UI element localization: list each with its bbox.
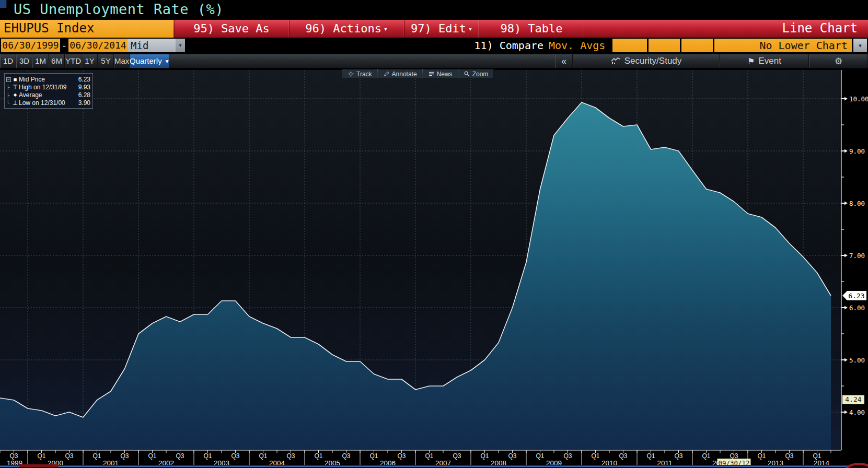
svg-text:Q3: Q3 — [120, 452, 129, 460]
amber-field-blank-2[interactable] — [649, 39, 680, 52]
legend-row[interactable]: −■Mid Price6.23 — [6, 75, 90, 83]
amber-field-blank-1[interactable] — [612, 39, 647, 52]
legend-row[interactable]: ├⊤High on 12/31/099.93 — [6, 83, 90, 91]
settings-button[interactable]: ⚙ — [809, 54, 868, 68]
crosshair-value-badge: 4.24 — [842, 395, 864, 404]
chart-area: 10.009.008.007.006.005.004.00Q31999Q1Q32… — [0, 68, 868, 468]
function-toolbar: EHUPUS Index 95) Save As96) Actions▾97) … — [0, 20, 868, 38]
price-chart[interactable]: 10.009.008.007.006.005.004.00Q31999Q1Q32… — [0, 68, 868, 468]
function-button--save-as[interactable]: 95) Save As — [175, 20, 288, 38]
svg-text:Q3: Q3 — [231, 452, 239, 460]
function-button--edit[interactable]: 97) Edit▾ — [404, 20, 479, 38]
start-date-input[interactable]: 06/30/1999 — [1, 39, 60, 52]
svg-text:Q1: Q1 — [314, 452, 322, 460]
chevron-down-icon: ▾ — [384, 25, 388, 33]
average-marker-icon: ◆ — [11, 92, 19, 97]
event-button[interactable]: ⚑ Event — [720, 54, 809, 68]
svg-text:Q1: Q1 — [259, 452, 267, 460]
tab-ytd[interactable]: YTD — [65, 54, 82, 68]
svg-text:Q3: Q3 — [619, 452, 627, 460]
svg-text:Q3: Q3 — [342, 452, 350, 460]
lower-chart-select[interactable]: No Lower Chart — [714, 39, 852, 52]
legend-collapse-toggle[interactable]: − — [6, 77, 11, 82]
tab-1y[interactable]: 1Y — [82, 54, 98, 68]
frequency-select[interactable]: Quarterly▼ — [130, 54, 169, 68]
svg-text:Q3: Q3 — [176, 452, 184, 460]
legend-label: Low on 12/31/00 — [19, 99, 78, 107]
chart-mini-toolbar: Track Annotate News Zoom — [342, 69, 494, 79]
security-study-button[interactable]: Security/Study — [573, 54, 720, 68]
tab-max[interactable]: Max — [114, 54, 130, 68]
tab-1d[interactable]: 1D — [0, 54, 16, 68]
svg-text:Q1: Q1 — [92, 452, 101, 460]
svg-text:5.00: 5.00 — [849, 356, 865, 364]
square-icon: ■ — [11, 76, 19, 83]
svg-text:Q3: Q3 — [563, 452, 572, 460]
chevron-down-icon[interactable]: ▾ — [853, 39, 867, 52]
page-title: US Unemployment Rate (%) — [14, 1, 224, 17]
svg-text:Q1: Q1 — [37, 452, 45, 460]
tab-5y[interactable]: 5Y — [98, 54, 114, 68]
svg-text:Q1: Q1 — [702, 452, 710, 460]
mov-avgs-button[interactable]: Mov. Avgs — [549, 39, 605, 52]
svg-text:9.00: 9.00 — [849, 147, 865, 155]
y-axis: 10.009.008.007.006.005.004.00 — [841, 95, 868, 416]
svg-text:Q1: Q1 — [813, 452, 821, 460]
compare-button[interactable]: 11) Compare — [468, 39, 543, 52]
news-button[interactable]: News — [423, 69, 458, 78]
last-value-badge: 6.23 — [842, 291, 866, 300]
high-marker-icon: ⊤ — [11, 84, 19, 91]
svg-text:Q3: Q3 — [65, 452, 73, 460]
magnifier-icon — [464, 71, 470, 77]
chevron-down-icon: ▾ — [468, 25, 472, 33]
legend-row[interactable]: └⊥Low on 12/31/003.90 — [6, 99, 90, 107]
chart-type-label: Line Chart — [782, 20, 858, 38]
function-button--table[interactable]: 98) Table — [480, 20, 583, 38]
svg-text:Q3: Q3 — [674, 452, 682, 460]
title-bar: US Unemployment Rate (%) — [0, 0, 868, 20]
function-button--actions[interactable]: 96) Actions▾ — [290, 20, 403, 38]
legend-tree-line: ├ — [6, 92, 11, 98]
amber-field-blank-3[interactable] — [681, 39, 713, 52]
pencil-icon — [384, 71, 389, 77]
end-date-input[interactable]: 06/30/2014 — [68, 39, 128, 52]
svg-text:Q1: Q1 — [480, 452, 489, 460]
crosshair-icon — [348, 71, 354, 77]
svg-text:Q1: Q1 — [148, 452, 156, 460]
gear-icon: ⚙ — [835, 56, 842, 67]
chart-study-icon — [611, 57, 621, 65]
period-tab-bar: 1D3D1M6MYTD1Y5YMax Quarterly▼ « Security… — [0, 54, 868, 68]
svg-text:Q1: Q1 — [536, 452, 544, 460]
chart-legend[interactable]: −■Mid Price6.23├⊤High on 12/31/099.93├◆A… — [4, 73, 93, 109]
svg-text:7.00: 7.00 — [849, 252, 865, 260]
date-range-separator: - — [61, 39, 67, 52]
price-field-select[interactable]: Mid Line — [128, 39, 176, 52]
track-button[interactable]: Track — [342, 69, 378, 78]
security-ticker-field[interactable]: EHUPUS Index — [0, 20, 173, 38]
svg-text:Q3: Q3 — [9, 452, 18, 460]
chevron-down-icon[interactable]: ▾ — [176, 39, 185, 52]
collapse-button[interactable]: « — [555, 54, 573, 68]
legend-row[interactable]: ├◆Average6.28 — [6, 91, 90, 99]
legend-tree-line: ├ — [6, 85, 11, 90]
svg-text:Q1: Q1 — [369, 452, 378, 460]
svg-text:Q1: Q1 — [757, 452, 766, 460]
legend-label: Mid Price — [19, 76, 78, 83]
x-axis: Q31999Q1Q32000Q1Q32001Q1Q32002Q1Q32003Q1… — [0, 450, 831, 467]
legend-value: 6.23 — [78, 76, 90, 83]
svg-text:Q3: Q3 — [508, 452, 516, 460]
annotate-button[interactable]: Annotate — [378, 69, 423, 78]
chevron-down-icon: ▼ — [165, 58, 170, 64]
svg-text:10.00: 10.00 — [849, 95, 868, 103]
legend-value: 6.28 — [78, 91, 90, 99]
svg-text:6.23: 6.23 — [848, 292, 864, 300]
svg-text:Q1: Q1 — [425, 452, 433, 460]
tab-6m[interactable]: 6M — [49, 54, 65, 68]
tab-1m[interactable]: 1M — [32, 54, 49, 68]
zoom-button[interactable]: Zoom — [458, 69, 494, 78]
svg-text:Q3: Q3 — [785, 452, 793, 460]
legend-label: High on 12/31/09 — [19, 84, 78, 91]
tab-3d[interactable]: 3D — [16, 54, 32, 68]
svg-text:4.00: 4.00 — [849, 408, 865, 416]
flag-icon: ⚑ — [747, 56, 755, 66]
